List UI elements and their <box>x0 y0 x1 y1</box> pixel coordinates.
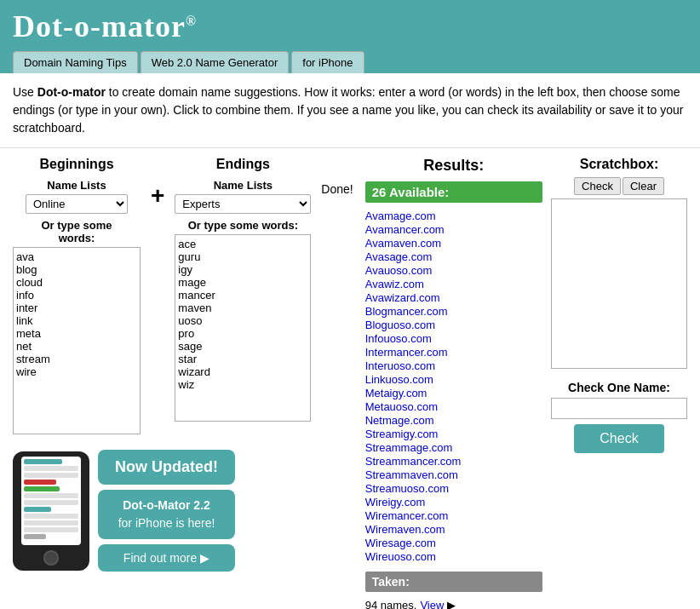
list-item[interactable]: Intermancer.com <box>365 346 542 359</box>
scratchbox-btns: Check Clear <box>551 177 687 195</box>
beginnings-column: Beginnings Name Lists Online Business Te… <box>13 157 141 434</box>
beginnings-name-lists-label: Name Lists <box>47 179 106 192</box>
beginnings-textarea[interactable]: ava blog cloud info inter link meta net … <box>13 247 141 434</box>
list-item[interactable]: Infouoso.com <box>365 332 542 345</box>
available-bar: 26 Available: <box>365 181 542 203</box>
now-updated-box: Now Updated! <box>98 450 235 485</box>
list-item[interactable]: Streamigy.com <box>365 428 542 440</box>
tab-iphone[interactable]: for iPhone <box>291 51 364 73</box>
endings-column: Endings Name Lists Experts Online Busine… <box>175 157 311 422</box>
list-item[interactable]: Streammaven.com <box>365 468 542 481</box>
scratchbox-panel: Scratchbox: Check Clear Check One Name: … <box>551 157 687 609</box>
check-one-name-label: Check One Name: <box>551 381 687 394</box>
list-item[interactable]: Netmage.com <box>365 414 542 427</box>
list-item[interactable]: Blogmancer.com <box>365 305 542 318</box>
list-item[interactable]: Wiresage.com <box>365 537 542 549</box>
plus-sign: + <box>151 182 164 210</box>
find-out-more-button[interactable]: Find out more ▶ <box>98 544 235 572</box>
scratchbox-check-button[interactable]: Check <box>574 177 621 195</box>
list-item[interactable]: Wiremaven.com <box>365 523 542 536</box>
dotomator-22-box: Dot-o-Mator 2.2 for iPhone is here! <box>98 490 235 539</box>
beginnings-or-type-label: Or type somewords: <box>41 219 112 244</box>
list-item[interactable]: Bloguoso.com <box>365 319 542 331</box>
dotomator-22-line1: Dot-o-Mator 2.2 <box>123 498 210 512</box>
endings-name-lists-label: Name Lists <box>214 179 273 192</box>
list-item[interactable]: Streammancer.com <box>365 455 542 468</box>
taken-row: 94 names. View ▶ <box>365 599 542 609</box>
list-item[interactable]: Wireigy.com <box>365 496 542 508</box>
list-item[interactable]: Avawizard.com <box>365 291 542 304</box>
list-item[interactable]: Avasage.com <box>365 250 542 263</box>
scratchbox-title: Scratchbox: <box>551 157 687 172</box>
scratchbox-textarea[interactable] <box>551 198 687 369</box>
iphone-home-btn <box>43 550 59 565</box>
endings-title: Endings <box>216 157 270 172</box>
app-title: Dot-o-mator® <box>13 9 687 44</box>
endings-textarea[interactable]: ace guru igy mage mancer maven uoso pro … <box>175 234 311 422</box>
beginnings-select[interactable]: Online Business Tech Custom <box>26 194 128 214</box>
promo-text-box: Now Updated! Dot-o-Mator 2.2 for iPhone … <box>98 450 235 572</box>
list-item[interactable]: Streammage.com <box>365 441 542 454</box>
list-item[interactable]: Linkuoso.com <box>365 373 542 386</box>
scratchbox-clear-button[interactable]: Clear <box>623 177 664 195</box>
list-item[interactable]: Wireuoso.com <box>365 550 542 563</box>
tab-web-generator[interactable]: Web 2.0 Name Generator <box>141 51 290 73</box>
list-item[interactable]: Avawiz.com <box>365 278 542 290</box>
taken-bar: Taken: <box>365 572 542 592</box>
nav-tabs: Domain Naming Tips Web 2.0 Name Generato… <box>13 44 687 73</box>
endings-select[interactable]: Experts Online Business Custom <box>175 194 311 214</box>
dotomator-22-line2: for iPhone is here! <box>118 516 215 530</box>
columns-row: Beginnings Name Lists Online Business Te… <box>13 157 357 434</box>
taken-count: 94 names. <box>365 599 417 609</box>
list-item[interactable]: Interuoso.com <box>365 359 542 372</box>
list-item[interactable]: Metauoso.com <box>365 400 542 413</box>
check-one-input[interactable] <box>551 398 687 419</box>
results-title: Results: <box>365 157 542 175</box>
left-panel: Beginnings Name Lists Online Business Te… <box>13 157 357 609</box>
list-item[interactable]: Avamancer.com <box>365 223 542 236</box>
header: Dot-o-mator® Domain Naming Tips Web 2.0 … <box>0 0 700 73</box>
list-item[interactable]: Metaigy.com <box>365 387 542 399</box>
tab-domain-naming-tips[interactable]: Domain Naming Tips <box>13 51 138 73</box>
intro-bold: Dot-o-mator <box>37 85 106 99</box>
intro-box: Use Dot-o-mator to create domain name su… <box>0 73 700 148</box>
list-item[interactable]: Avamage.com <box>365 210 542 222</box>
list-item[interactable]: Wiremancer.com <box>365 509 542 522</box>
list-item[interactable]: Avamaven.com <box>365 237 542 250</box>
beginnings-title: Beginnings <box>39 157 113 172</box>
iphone-promo: Now Updated! Dot-o-Mator 2.2 for iPhone … <box>13 450 357 572</box>
iphone-screen <box>21 457 81 546</box>
done-label: Done! <box>321 182 353 196</box>
list-item[interactable]: Streamuoso.com <box>365 482 542 495</box>
endings-or-type-label: Or type some words: <box>188 219 298 232</box>
check-one-button[interactable]: Check <box>574 424 663 453</box>
iphone-image <box>13 451 89 571</box>
results-list: Avamage.com Avamancer.com Avamaven.com A… <box>365 210 542 563</box>
taken-view-link[interactable]: View <box>420 599 444 609</box>
results-panel: Results: 26 Available: Avamage.com Avama… <box>365 157 542 609</box>
list-item[interactable]: Avauoso.com <box>365 264 542 277</box>
main-content: Beginnings Name Lists Online Business Te… <box>0 148 700 609</box>
taken-arrow: ▶ <box>447 599 456 609</box>
